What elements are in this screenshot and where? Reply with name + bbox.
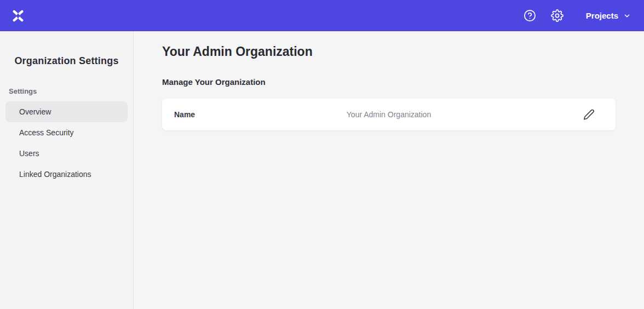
help-icon (524, 9, 536, 22)
name-field-value: Your Admin Organization (347, 110, 431, 119)
sidebar-item-users[interactable]: Users (5, 143, 128, 164)
page-title: Your Admin Organization (162, 44, 644, 60)
top-nav: Projects (0, 0, 644, 31)
sidebar: Organization Settings Settings Overview … (0, 31, 134, 309)
sidebar-item-overview[interactable]: Overview (5, 101, 128, 122)
settings-button[interactable] (551, 9, 564, 22)
sidebar-title: Organization Settings (0, 55, 133, 67)
section-title: Manage Your Organization (162, 77, 644, 87)
help-button[interactable] (524, 9, 537, 22)
name-field-label: Name (174, 110, 195, 119)
sidebar-nav: Overview Access Security Users Linked Or… (0, 101, 133, 185)
sidebar-item-access-security[interactable]: Access Security (5, 122, 128, 143)
name-field-card: Name Your Admin Organization (162, 99, 616, 130)
page-body: Organization Settings Settings Overview … (0, 31, 644, 309)
gear-icon (551, 9, 564, 22)
home-logo-button[interactable] (11, 9, 25, 23)
projects-dropdown-label: Projects (586, 11, 618, 20)
main-content: Your Admin Organization Manage Your Orga… (134, 31, 644, 309)
chevron-down-icon (623, 12, 631, 20)
projects-dropdown[interactable]: Projects (586, 11, 631, 20)
edit-name-button[interactable] (582, 107, 596, 121)
topbar-actions: Projects (524, 9, 631, 22)
pencil-icon (583, 108, 595, 120)
sidebar-item-linked-organizations[interactable]: Linked Organizations (5, 164, 128, 185)
sidebar-section-label: Settings (9, 87, 133, 95)
mendix-logo-icon (11, 9, 25, 23)
